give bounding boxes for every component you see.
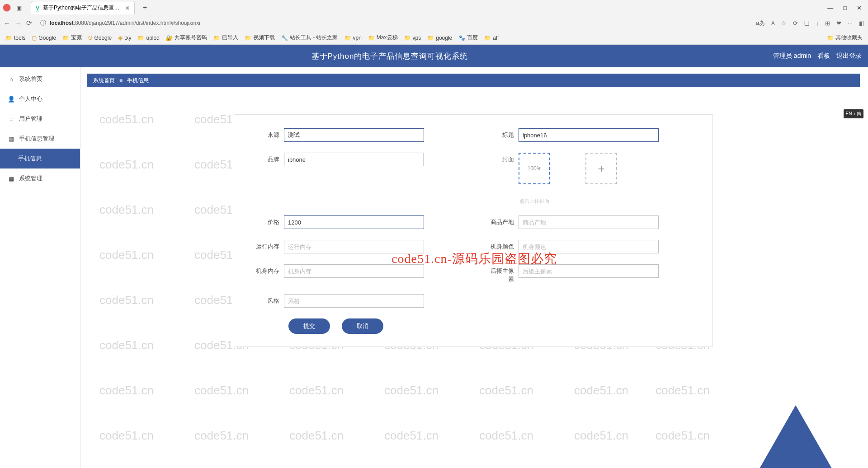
sidebar-icon: 👤 [8,96,14,103]
sidebar-item[interactable]: 👤个人中心 [0,89,80,109]
fav-label: 站长工具 - 站长之家 [290,34,338,42]
favorite-item[interactable]: 📁已导入 [213,34,238,42]
ext-icon-4[interactable]: ⊞ [825,20,830,27]
fav-icon: 📁 [427,35,434,41]
breadcrumb-home[interactable]: 系统首页 [93,77,115,84]
sidebar-label: 手机信息管理 [19,135,54,143]
sidebar-label: 系统首页 [19,75,42,83]
sidebar-icon: ▦ [8,175,14,182]
fav-label: vpn [353,35,362,41]
favorite-item[interactable]: GGoogle [88,35,112,41]
tab-close-icon[interactable]: ✕ [125,5,130,11]
brand-label: 品牌 [252,153,284,164]
favorite-icon[interactable]: ☆ [781,20,787,27]
app-header: 基于Python的电子产品信息查询可视化系统 管理员 admin 看板 退出登录 [0,45,868,67]
cover-preview[interactable]: 100% [519,153,550,184]
favorite-item[interactable]: 📁tools [5,35,25,41]
favorite-item[interactable]: 🔐共享账号密码 [166,34,207,42]
fav-label: uplod [146,35,159,41]
title-label: 标题 [487,128,519,139]
source-label: 来源 [252,128,284,139]
address-bar-actions: aあ A ☆ ⟳ ❏ ↓ ⊞ ❤ ··· ◧ [756,19,864,27]
profile-avatar[interactable] [3,4,11,12]
dashboard-link[interactable]: 看板 [817,52,830,60]
tabs-icon[interactable]: ▣ [15,4,23,11]
nav-forward-icon[interactable]: → [15,19,22,27]
favorite-item[interactable]: 🔧站长工具 - 站长之家 [281,34,338,42]
breadcrumb-current: 手机信息 [127,77,149,84]
fav-icon: 📁 [5,35,12,41]
window-minimize[interactable]: — [827,5,833,11]
camera-input[interactable] [519,264,659,278]
site-info-icon[interactable]: ⓘ [40,19,46,27]
sidebar-label: 用户管理 [19,115,42,123]
brand-input[interactable] [284,153,424,166]
cover-upload-button[interactable]: + [585,153,617,184]
nav-refresh-icon[interactable]: ⟳ [26,19,32,27]
style-input[interactable] [284,294,424,308]
ext-icon-2[interactable]: ❏ [804,20,810,27]
fav-label: 视频下载 [253,34,275,42]
sidebar-item[interactable]: ▦系统管理 [0,168,80,188]
sidebar-item[interactable]: ▦手机信息管理 [0,129,80,149]
nav-back-icon[interactable]: ← [4,19,10,27]
folder-icon: 📁 [827,35,834,41]
sidepanel-icon[interactable]: ◧ [859,20,864,27]
fav-label: Max云梯 [377,34,398,42]
ram-label: 运行内存 [252,240,284,251]
favorite-item[interactable]: 📁aff [484,35,499,41]
favorite-item[interactable]: 📁google [427,35,452,41]
color-input[interactable] [519,240,659,253]
favorite-item[interactable]: 🐾百度 [458,34,478,42]
font-icon[interactable]: A [771,20,774,26]
fav-icon: 📁 [368,35,375,41]
origin-label: 商品产地 [487,215,519,226]
fav-icon: 📁 [213,35,220,41]
fav-label: Google [94,35,112,41]
favorite-item[interactable]: ◉txy [118,35,131,41]
app-title: 基于Python的电子产品信息查询可视化系统 [6,51,773,61]
submit-button[interactable]: 提交 [288,318,330,334]
source-input[interactable] [284,128,424,142]
price-input[interactable] [284,215,424,229]
ext-icon-1[interactable]: ⟳ [793,20,798,27]
breadcrumb: 系统首页 ≡ 手机信息 [87,74,860,87]
plus-icon: + [598,162,604,176]
sidebar-item[interactable]: 手机信息 [0,149,80,168]
favorite-item[interactable]: 📁宝藏 [62,34,82,42]
favorite-item[interactable]: ▢Google [32,35,56,41]
sidebar-item[interactable]: ⌂系统首页 [0,69,80,89]
fav-icon: 📁 [62,35,69,41]
logout-link[interactable]: 退出登录 [836,52,862,60]
ext-icon-5[interactable]: ❤ [836,20,841,27]
window-close[interactable]: ✕ [857,5,862,11]
origin-input[interactable] [519,215,659,229]
ime-badge[interactable]: EN ♪ 简 [844,109,863,118]
new-tab-button[interactable]: + [143,4,147,12]
breadcrumb-separator: ≡ [119,77,123,84]
reader-icon[interactable]: aあ [756,19,765,27]
sidebar-item[interactable]: ≡用户管理 [0,109,80,129]
favorite-item[interactable]: 📁uplod [137,35,159,41]
browser-tab[interactable]: V̲ 基于Python的电子产品信息查询可 ✕ [31,1,135,14]
favorite-item[interactable]: 📁Max云梯 [368,34,398,42]
fav-label: 已导入 [222,34,238,42]
more-icon[interactable]: ··· [848,20,853,27]
cover-hint: 点击上传封面 [519,198,694,205]
title-input[interactable] [519,128,659,142]
camera-label: 后摄主像素 [487,264,519,283]
url-input[interactable]: ⓘ localhost:8080/django29l17/admin/dist/… [37,17,751,29]
window-maximize[interactable]: □ [843,5,847,11]
rom-input[interactable] [284,264,424,278]
ram-input[interactable] [284,240,424,253]
ext-icon-3[interactable]: ↓ [816,20,819,27]
favorite-item[interactable]: 📁vpn [344,35,362,41]
fav-label: aff [493,35,499,41]
cancel-button[interactable]: 取消 [342,318,383,334]
fav-icon: 📁 [137,35,144,41]
other-bookmarks[interactable]: 📁其他收藏夹 [827,34,863,42]
fav-label: 共享账号密码 [175,34,207,42]
favorite-item[interactable]: 📁视频下载 [245,34,275,42]
favorite-item[interactable]: 📁vps [404,35,421,41]
rom-label: 机身内存 [252,264,284,275]
